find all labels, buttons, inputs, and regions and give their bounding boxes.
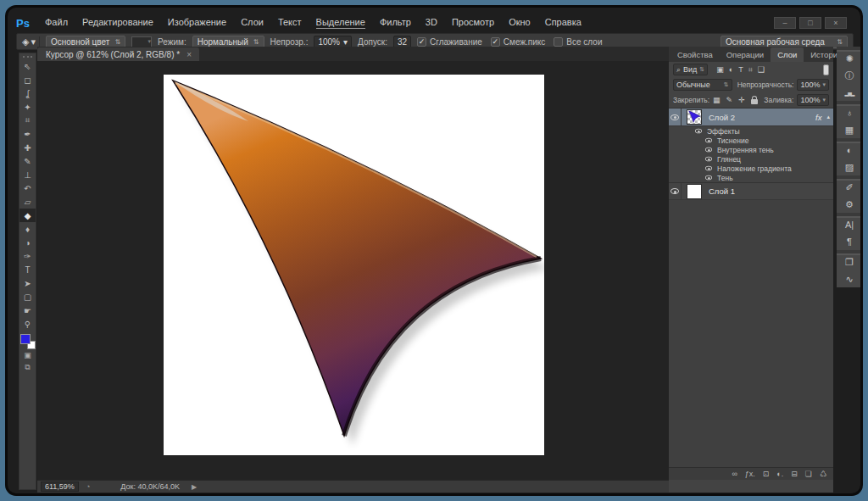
adjustment-layer-icon[interactable]: ◐. xyxy=(776,470,783,478)
timeline-panel-icon[interactable]: ∿ xyxy=(837,270,862,287)
menu-item[interactable]: Изображение xyxy=(168,17,226,29)
menu-item[interactable]: 3D xyxy=(426,17,437,29)
filter-type-layers-icon[interactable]: T xyxy=(738,65,743,75)
layer-opacity-field[interactable]: 100% ▾ xyxy=(797,79,829,91)
brush-presets-panel-icon[interactable]: ⚙ xyxy=(837,196,862,213)
move-tool[interactable]: ⇖ xyxy=(19,59,36,73)
link-layers-icon[interactable]: ∞ xyxy=(732,470,737,478)
styles-panel-icon[interactable]: ▨ xyxy=(837,159,862,175)
dodge-tool[interactable]: ◑ xyxy=(19,236,36,249)
tab-properties[interactable]: Свойства xyxy=(670,47,720,62)
eye-icon[interactable] xyxy=(705,175,712,181)
adjustments-panel-icon[interactable]: ◐ xyxy=(837,138,862,159)
zoom-level-field[interactable]: 611,59% xyxy=(41,482,79,492)
close-icon[interactable]: × xyxy=(186,50,192,59)
layer-mask-icon[interactable]: ⊡ xyxy=(763,470,770,478)
layer-effect-row[interactable]: Тиснение xyxy=(669,136,833,145)
layer-row-layer2[interactable]: Слой 2 fx ▴ xyxy=(669,109,833,126)
layer-effect-row[interactable]: Наложение градиента xyxy=(669,164,833,173)
tab-actions[interactable]: Операции xyxy=(720,47,771,62)
document-tab[interactable]: Курсор @ 612% (Слой 2, RGB/8) * × xyxy=(37,47,199,61)
layer-filter-toggle[interactable] xyxy=(823,64,829,75)
pen-tool[interactable]: ✑ xyxy=(19,249,36,263)
new-layer-icon[interactable]: ❏ xyxy=(805,470,812,478)
layer-blend-mode-select[interactable]: Обычные ⇅ xyxy=(673,79,732,91)
layer-effect-row[interactable]: Глянец xyxy=(669,154,833,164)
lock-pixels-icon[interactable]: ✎ xyxy=(726,96,733,104)
color-panel-icon[interactable]: ✺ xyxy=(837,47,862,67)
toolbar-grip[interactable] xyxy=(23,56,32,58)
marquee-tool[interactable]: ◻ xyxy=(19,73,36,86)
info-panel-icon[interactable]: ⓘ xyxy=(837,67,862,84)
layer-group-icon[interactable]: ⊟ xyxy=(791,470,798,478)
lock-all-icon[interactable] xyxy=(751,99,758,104)
eye-icon[interactable] xyxy=(695,129,702,134)
effects-header-row[interactable]: Эффекты xyxy=(669,126,833,136)
filter-pixel-layers-icon[interactable]: ▣ xyxy=(716,65,724,75)
visibility-toggle[interactable] xyxy=(669,183,682,199)
menu-item[interactable]: Выделение xyxy=(316,17,365,29)
hand-tool[interactable]: ☛ xyxy=(19,303,36,317)
paragraph-panel-icon[interactable]: ¶ xyxy=(837,233,862,250)
pattern-swatch[interactable]: ▾ xyxy=(131,36,152,47)
minimize-button[interactable]: – xyxy=(774,17,796,29)
3d-panel-icon[interactable]: ♁ xyxy=(837,101,862,121)
type-tool[interactable]: T xyxy=(19,263,36,276)
clone-stamp-tool[interactable]: ⊥ xyxy=(19,168,36,181)
maximize-button[interactable]: □ xyxy=(799,17,821,29)
eraser-tool[interactable]: ▱ xyxy=(19,195,36,209)
quick-selection-tool[interactable]: ✦ xyxy=(19,100,36,114)
paint-bucket-tool[interactable]: ◆ xyxy=(19,209,36,222)
active-tool-preset[interactable]: ◈ ▾ xyxy=(22,36,40,47)
eye-icon[interactable] xyxy=(705,138,712,143)
status-sync-icon[interactable]: ◔ xyxy=(86,482,90,491)
layer-row-layer1[interactable]: Слой 1 xyxy=(669,182,833,200)
menu-item[interactable]: Файл xyxy=(45,17,68,29)
brush-tool[interactable]: ✎ xyxy=(19,154,36,168)
anti-alias-checkbox[interactable]: ✓ Сглаживание xyxy=(417,37,482,47)
layer-fx-badge[interactable]: fx xyxy=(815,113,821,122)
foreground-color-swatch[interactable] xyxy=(20,334,31,344)
layer-fill-field[interactable]: 100% ▾ xyxy=(797,94,829,106)
tab-layers[interactable]: Слои xyxy=(771,47,804,62)
histogram-panel-icon[interactable]: ▂▅▂ xyxy=(837,84,862,101)
healing-brush-tool[interactable]: ✚ xyxy=(19,141,36,154)
delete-layer-icon[interactable]: ♺ xyxy=(820,470,826,478)
menu-item[interactable]: Окно xyxy=(509,17,531,29)
zoom-tool[interactable]: ⚲ xyxy=(19,317,36,331)
eye-icon[interactable] xyxy=(705,166,712,171)
menu-item[interactable]: Слои xyxy=(241,17,264,29)
layer-effect-row[interactable]: Тень xyxy=(669,173,833,182)
navigator-panel-icon[interactable]: ▦ xyxy=(837,121,862,138)
lasso-tool[interactable]: ʆ xyxy=(19,86,36,100)
blur-tool[interactable]: ♦ xyxy=(19,222,36,236)
canvas-region[interactable] xyxy=(37,61,669,480)
eye-icon[interactable] xyxy=(705,157,712,162)
close-button[interactable]: × xyxy=(825,17,847,29)
layer-style-icon[interactable]: ƒx. xyxy=(745,470,755,478)
shape-tool[interactable]: ▢ xyxy=(19,290,36,303)
menu-item[interactable]: Редактирование xyxy=(82,17,153,29)
crop-tool[interactable]: ⌗ xyxy=(19,114,36,127)
status-expand-icon[interactable]: ▶ xyxy=(192,483,197,491)
contiguous-checkbox[interactable]: ✓ Смеж.пикс xyxy=(491,37,546,47)
filter-adjustment-layers-icon[interactable]: ◐ xyxy=(729,65,733,75)
filter-smart-objects-icon[interactable]: ❑ xyxy=(758,65,765,75)
character-panel-icon[interactable]: A| xyxy=(837,213,862,233)
visibility-toggle[interactable] xyxy=(669,109,682,125)
history-brush-tool[interactable]: ↶ xyxy=(19,181,36,195)
screen-mode-button[interactable]: ⧉ xyxy=(25,361,30,373)
all-layers-checkbox[interactable]: Все слои xyxy=(554,37,602,47)
canvas-image[interactable] xyxy=(164,75,544,455)
clone-source-panel-icon[interactable]: ❐ xyxy=(837,250,862,270)
layer1-thumbnail[interactable] xyxy=(687,184,702,199)
layer-name[interactable]: Слой 2 xyxy=(709,113,735,122)
layer-name[interactable]: Слой 1 xyxy=(709,186,735,196)
quick-mask-button[interactable]: ▣ xyxy=(24,349,31,361)
path-selection-tool[interactable]: ➤ xyxy=(19,276,36,290)
menu-item[interactable]: Справка xyxy=(545,17,581,29)
filter-kind-select[interactable]: ⌕ Вид ⇅ xyxy=(673,64,708,75)
brush-panel-icon[interactable]: ✐ xyxy=(837,175,862,196)
collapse-effects-icon[interactable]: ▴ xyxy=(826,114,830,120)
layer-effect-row[interactable]: Внутренняя тень xyxy=(669,145,833,154)
